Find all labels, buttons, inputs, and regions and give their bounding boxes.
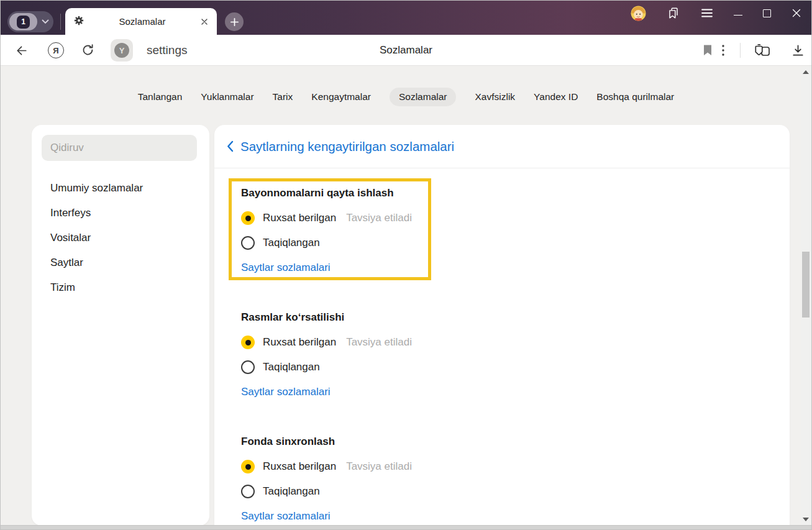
content-header: Saytlarning kengaytirilgan sozlamalari [214,125,790,168]
section-title: Bayonnomalarni qayta ishlash [241,187,394,199]
back-button[interactable] [14,43,29,58]
tab-counter-button[interactable]: 1 [7,11,53,32]
chevron-down-icon[interactable] [37,19,53,24]
nav-tarix[interactable]: Tarix [273,91,293,103]
nav-yuklanmalar[interactable]: Yuklanmalar [201,91,253,103]
close-tab-icon[interactable] [200,17,209,26]
radio-unselected[interactable] [241,360,255,374]
bookmark-filled-icon[interactable] [703,45,712,56]
option-label: Ruxsat berilgan [263,460,336,473]
option-row: Ruxsat berilgan Tavsiya etiladi [241,206,626,231]
extensions-panel-icon[interactable] [754,43,771,58]
refresh-icon[interactable] [81,43,95,57]
settings-nav: Tanlangan Yuklanmalar Tarix Kengaytmalar… [1,87,811,107]
back-chevron-icon[interactable] [227,140,234,152]
address-bar-url[interactable]: settings [147,35,187,66]
yandex-logo-glyph: Я [53,46,58,55]
bookmarks-panel-icon[interactable] [667,6,680,20]
scroll-up-arrow-icon[interactable] [803,70,809,74]
tab-counter-shield-icon: 1 [17,16,30,29]
section-title: Rasmlar koʻrsatilishi [241,311,344,324]
profile-avatar[interactable] [631,6,646,21]
section-title: Fonda sinxronlash [241,436,335,448]
option-hint: Tavsiya etiladi [346,336,412,349]
option-label: Taqiqlangan [263,237,320,249]
close-window-button[interactable] [791,8,801,18]
site-settings-link[interactable]: Saytlar sozlamalari [241,510,331,523]
option-label: Ruxsat berilgan [263,336,336,349]
section-fonda-sinxronlash: Fonda sinxronlash Ruxsat berilgan Tavsiy… [241,429,626,529]
page-title: Saytlarning kengaytirilgan sozlamalari [240,139,454,154]
site-settings-link[interactable]: Saytlar sozlamalari [241,262,331,274]
browser-window: 1 Sozlamalar [0,0,812,530]
option-row: Taqiqlangan [241,479,626,504]
tab-count: 1 [21,17,25,26]
titlebar: 1 Sozlamalar [1,1,811,35]
site-settings-link[interactable]: Saytlar sozlamalari [241,386,331,398]
browser-tab-sozlamalar[interactable]: Sozlamalar [65,8,217,35]
window-bottom-edge [1,525,811,529]
kebab-menu-icon[interactable] [721,44,725,57]
download-icon[interactable] [791,43,805,58]
option-hint: Tavsiya etiladi [346,460,412,473]
gear-icon [73,15,84,29]
option-label: Taqiqlangan [263,361,320,373]
radio-selected[interactable] [241,211,255,225]
section-bayonnomalar: Bayonnomalarni qayta ishlash Ruxsat beri… [241,181,626,280]
nav-kengaytmalar[interactable]: Kengaytmalar [311,91,371,103]
yandex-home-button[interactable]: Я [48,42,64,58]
option-label: Taqiqlangan [263,485,320,498]
titlebar-divider [60,14,61,30]
radio-unselected[interactable] [241,236,255,250]
radio-selected[interactable] [241,460,255,473]
site-icon-badge[interactable]: Y [111,39,133,62]
tab-title: Sozlamalar [84,16,200,27]
sidebar-item-umumiy-sozlamalar[interactable]: Umumiy sozlamalar [32,176,209,201]
search-input[interactable] [42,135,197,161]
option-row: Taqiqlangan [241,231,626,255]
tab-counter-badge: 1 [9,13,37,30]
scrollbar-thumb[interactable] [802,252,810,318]
maximize-button[interactable] [763,9,771,17]
nav-boshqa-qurilmalar[interactable]: Boshqa qurilmalar [596,91,674,103]
sidebar-item-interfeys[interactable]: Interfeys [32,201,209,226]
settings-sidebar: Umumiy sozlamalar Interfeys Vositalar Sa… [32,125,209,526]
sidebar-item-saytlar[interactable]: Saytlar [32,250,209,275]
toolbar-divider [740,43,741,58]
option-row: Ruxsat berilgan Tavsiya etiladi [241,330,626,355]
new-tab-button[interactable] [225,12,244,31]
nav-tanlangan[interactable]: Tanlangan [138,91,183,103]
scroll-down-arrow-icon[interactable] [803,518,809,521]
option-label: Ruxsat berilgan [263,212,336,224]
minimize-button[interactable] [734,7,742,19]
nav-yandex-id[interactable]: Yandex ID [534,91,578,103]
radio-selected[interactable] [241,336,255,349]
toolbar: Я Y settings Sozlamalar [1,35,811,66]
nav-xavfsizlik[interactable]: Xavfsizlik [475,91,515,103]
scrollbar[interactable] [801,66,811,525]
option-row: Taqiqlangan [241,355,626,380]
option-row: Ruxsat berilgan Tavsiya etiladi [241,454,626,479]
site-badge-logo: Y [114,43,129,58]
settings-content: Saytlarning kengaytirilgan sozlamalari B… [214,125,790,530]
nav-sozlamalar[interactable]: Sozlamalar [390,88,457,106]
menu-icon[interactable] [701,8,713,18]
section-rasmlar: Rasmlar koʻrsatilishi Ruxsat berilgan Ta… [241,305,626,404]
radio-unselected[interactable] [241,485,255,498]
sidebar-item-tizim[interactable]: Tizim [32,275,209,300]
sidebar-list: Umumiy sozlamalar Interfeys Vositalar Sa… [32,176,209,300]
option-hint: Tavsiya etiladi [346,212,412,224]
sidebar-item-vositalar[interactable]: Vositalar [32,226,209,250]
